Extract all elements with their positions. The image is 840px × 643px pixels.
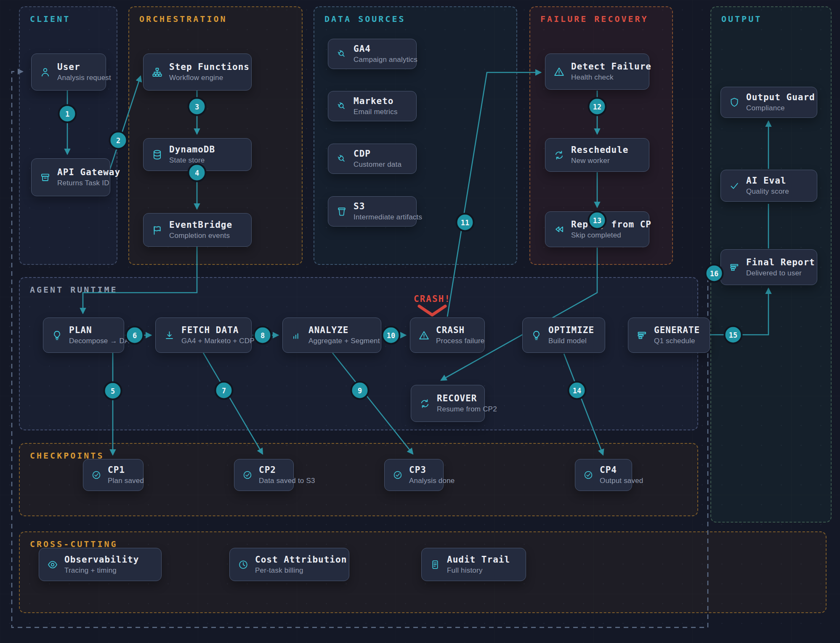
node-subtitle: Email metrics bbox=[354, 108, 398, 116]
panel-client: CLIENT bbox=[19, 6, 117, 265]
node-final-report: Final ReportDelivered to user bbox=[720, 249, 817, 285]
user-icon bbox=[40, 67, 51, 78]
node-subtitle: Decompose → DAG bbox=[69, 337, 135, 345]
step-badge-3: 3 bbox=[188, 97, 207, 116]
node-title: FETCH DATA bbox=[181, 325, 255, 335]
flag-icon bbox=[152, 224, 163, 236]
node-marketo: MarketoEmail metrics bbox=[328, 91, 417, 121]
node-subtitle: Plan saved bbox=[108, 477, 144, 485]
node-title: Marketo bbox=[354, 96, 398, 106]
node-subtitle: Build model bbox=[548, 337, 594, 345]
step-badge-11: 11 bbox=[456, 213, 475, 232]
node-title: Output Guard bbox=[746, 92, 815, 102]
node-recover: RECOVERResume from CP2 bbox=[411, 385, 485, 422]
node-subtitle: Intermediate artifacts bbox=[354, 213, 422, 221]
eye-icon bbox=[47, 559, 58, 570]
node-api-gateway: API GatewayReturns Task ID bbox=[31, 158, 110, 196]
bucket-icon bbox=[336, 206, 347, 217]
warning-icon bbox=[553, 66, 565, 77]
node-subtitle: Resume from CP2 bbox=[437, 405, 497, 414]
node-optimize: OPTIMIZEBuild model bbox=[522, 317, 605, 353]
bar-chart-icon bbox=[291, 330, 302, 341]
node-subtitle: Full history bbox=[447, 566, 510, 575]
node-ga4: GA4Campaign analytics bbox=[328, 39, 417, 69]
node-title: CRASH bbox=[436, 325, 484, 335]
node-title: CP3 bbox=[409, 465, 455, 475]
node-cp4: CP4Output saved bbox=[575, 459, 632, 491]
node-title: DynamoDB bbox=[169, 144, 215, 155]
step-badge-6: 6 bbox=[125, 326, 144, 345]
plug-icon bbox=[336, 101, 347, 112]
node-subtitle: Skip completed bbox=[571, 231, 651, 240]
node-title: OPTIMIZE bbox=[548, 325, 594, 335]
gateway-icon bbox=[40, 172, 51, 183]
check-circle-icon bbox=[393, 470, 403, 480]
node-title: CDP bbox=[354, 149, 401, 159]
node-step-functions: Step FunctionsWorkflow engine bbox=[143, 53, 252, 91]
lightbulb-icon bbox=[531, 330, 542, 341]
step-badge-15: 15 bbox=[724, 326, 743, 344]
download-icon bbox=[164, 330, 175, 341]
clock-icon bbox=[238, 559, 249, 570]
node-title: Cost Attribution bbox=[255, 555, 347, 565]
node-cp1: CP1Plan saved bbox=[83, 459, 144, 491]
node-subtitle: Data saved to S3 bbox=[259, 477, 315, 485]
node-subtitle: Per-task billing bbox=[255, 566, 347, 575]
node-title: Audit Trail bbox=[447, 555, 510, 565]
node-title: EventBridge bbox=[169, 220, 232, 230]
check-circle-icon bbox=[91, 470, 101, 480]
plug-icon bbox=[336, 48, 347, 59]
report-icon bbox=[636, 330, 648, 341]
step-badge-7: 7 bbox=[215, 381, 234, 400]
shield-icon bbox=[729, 97, 740, 108]
node-subtitle: Campaign analytics bbox=[354, 56, 417, 64]
node-subtitle: Tracing + timing bbox=[64, 566, 139, 575]
node-cost-attribution: Cost AttributionPer-task billing bbox=[229, 548, 349, 581]
node-crash: CRASHProcess failure bbox=[410, 317, 485, 353]
check-circle-icon bbox=[583, 470, 593, 480]
step-badge-4: 4 bbox=[188, 163, 207, 182]
plug-icon bbox=[336, 153, 347, 164]
node-subtitle: Customer data bbox=[354, 160, 401, 169]
node-generate: GENERATEQ1 schedule bbox=[628, 317, 710, 353]
node-title: Reschedule bbox=[571, 145, 628, 155]
node-title: ANALYZE bbox=[308, 325, 380, 335]
node-user: UserAnalysis request bbox=[31, 53, 106, 91]
node-subtitle: Workflow engine bbox=[169, 74, 250, 82]
step-badge-13: 13 bbox=[588, 211, 607, 230]
node-subtitle: State store bbox=[169, 156, 215, 165]
lightbulb-icon bbox=[51, 330, 63, 341]
node-subtitle: Aggregate + Segment bbox=[308, 337, 380, 345]
section-title-agent-runtime: AGENT RUNTIME bbox=[30, 285, 118, 295]
sitemap-icon bbox=[152, 67, 163, 78]
section-title-output: OUTPUT bbox=[721, 14, 762, 24]
database-icon bbox=[152, 149, 163, 160]
section-title-orchestration: ORCHESTRATION bbox=[139, 14, 227, 24]
node-subtitle: Process failure bbox=[436, 337, 484, 345]
node-subtitle: GA4 + Marketo + CDP bbox=[181, 337, 255, 345]
node-title: RECOVER bbox=[437, 393, 497, 403]
step-badge-10: 10 bbox=[382, 326, 401, 345]
node-subtitle: Compliance bbox=[746, 104, 815, 112]
step-badge-12: 12 bbox=[588, 97, 607, 116]
node-subtitle: Q1 schedule bbox=[654, 337, 700, 345]
node-reschedule: RescheduleNew worker bbox=[545, 138, 649, 172]
node-s3: S3Intermediate artifacts bbox=[328, 196, 417, 227]
node-plan: PLANDecompose → DAG bbox=[43, 317, 124, 353]
refresh-icon bbox=[553, 149, 565, 161]
node-subtitle: Quality score bbox=[746, 187, 789, 196]
node-ai-eval: AI EvalQuality score bbox=[720, 170, 817, 202]
node-cp3: CP3Analysis done bbox=[384, 459, 444, 491]
node-subtitle: Output saved bbox=[600, 477, 643, 485]
workflow-diagram: { "sections": { "client": {"title": "CLI… bbox=[0, 0, 840, 643]
node-title: CP2 bbox=[259, 465, 315, 475]
step-badge-2: 2 bbox=[109, 131, 128, 150]
node-title: Step Functions bbox=[169, 62, 250, 72]
node-fetch-data: FETCH DATAGA4 + Marketo + CDP bbox=[155, 317, 252, 353]
node-analyze: ANALYZEAggregate + Segment bbox=[282, 317, 381, 353]
node-observability: ObservabilityTracing + timing bbox=[39, 548, 162, 581]
warning-icon bbox=[418, 330, 430, 341]
node-subtitle: Delivered to user bbox=[746, 269, 815, 277]
node-eventbridge: EventBridgeCompletion events bbox=[143, 213, 252, 247]
step-badge-1: 1 bbox=[58, 104, 77, 123]
